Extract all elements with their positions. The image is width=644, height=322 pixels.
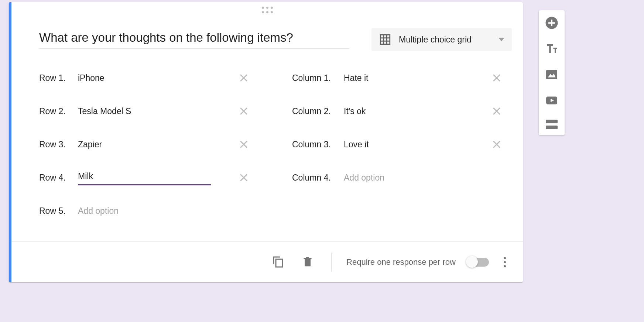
column-label: Column 3. (292, 140, 344, 150)
remove-row-button[interactable] (236, 103, 251, 119)
question-card: What are your thoughts on the following … (9, 2, 523, 282)
add-title-button[interactable] (545, 42, 558, 55)
column-label: Column 1. (292, 73, 344, 83)
row-label: Row 3. (39, 140, 78, 150)
add-video-button[interactable] (545, 94, 558, 107)
remove-row-button[interactable] (236, 70, 251, 86)
row-input[interactable] (78, 138, 211, 151)
question-header: What are your thoughts on the following … (39, 28, 512, 51)
svg-rect-21 (546, 70, 557, 79)
remove-row-button[interactable] (236, 137, 251, 152)
add-question-button[interactable] (545, 16, 558, 30)
question-type-selector[interactable]: Multiple choice grid (371, 28, 512, 51)
column-label: Column 2. (292, 106, 344, 116)
rows-column: Row 1.Row 2.Row 3.Row 4.Row 5.Add option (39, 61, 251, 227)
column-item: Column 2. (292, 95, 504, 128)
add-section-button[interactable] (546, 120, 558, 129)
remove-column-button[interactable] (489, 70, 504, 86)
remove-row-button[interactable] (236, 170, 251, 185)
column-item: Column 4.Add option (292, 161, 504, 194)
row-item: Row 5.Add option (39, 194, 251, 227)
column-input[interactable] (344, 138, 477, 151)
add-image-button[interactable] (545, 68, 558, 81)
row-input[interactable] (78, 105, 211, 118)
footer-divider (331, 253, 332, 271)
svg-rect-0 (380, 35, 390, 44)
side-toolbar (539, 10, 565, 135)
row-item: Row 2. (39, 95, 251, 128)
row-item: Row 3. (39, 128, 251, 161)
duplicate-button[interactable] (268, 252, 288, 273)
column-input[interactable] (344, 72, 477, 85)
question-type-label: Multiple choice grid (399, 35, 491, 45)
column-label: Column 4. (292, 173, 344, 183)
delete-button[interactable] (299, 252, 316, 273)
row-label: Row 1. (39, 73, 78, 83)
grid-icon (379, 33, 391, 46)
require-response-label: Require one response per row (346, 257, 456, 267)
remove-column-button[interactable] (489, 103, 504, 119)
add-row-option[interactable]: Add option (78, 205, 119, 217)
column-item: Column 1. (292, 61, 504, 95)
row-label: Row 2. (39, 106, 78, 116)
remove-column-button[interactable] (489, 137, 504, 152)
columns-column: Column 1.Column 2.Column 3.Column 4.Add … (292, 61, 504, 227)
row-label: Row 5. (39, 206, 78, 216)
require-response-toggle[interactable] (467, 258, 489, 267)
row-item: Row 4. (39, 161, 251, 194)
row-item: Row 1. (39, 61, 251, 95)
column-input[interactable] (344, 105, 477, 118)
svg-rect-19 (276, 259, 282, 267)
row-input[interactable] (78, 72, 211, 85)
row-label: Row 4. (39, 173, 78, 183)
question-title-input[interactable]: What are your thoughts on the following … (39, 31, 349, 49)
question-footer: Require one response per row (11, 242, 523, 282)
drag-handle-icon[interactable] (262, 7, 273, 13)
add-column-option[interactable]: Add option (344, 171, 384, 184)
chevron-down-icon (499, 38, 504, 41)
more-options-button[interactable] (500, 253, 510, 271)
row-input[interactable] (78, 170, 211, 185)
column-item: Column 3. (292, 128, 504, 161)
grid-options-area: Row 1.Row 2.Row 3.Row 4.Row 5.Add option… (39, 61, 504, 227)
